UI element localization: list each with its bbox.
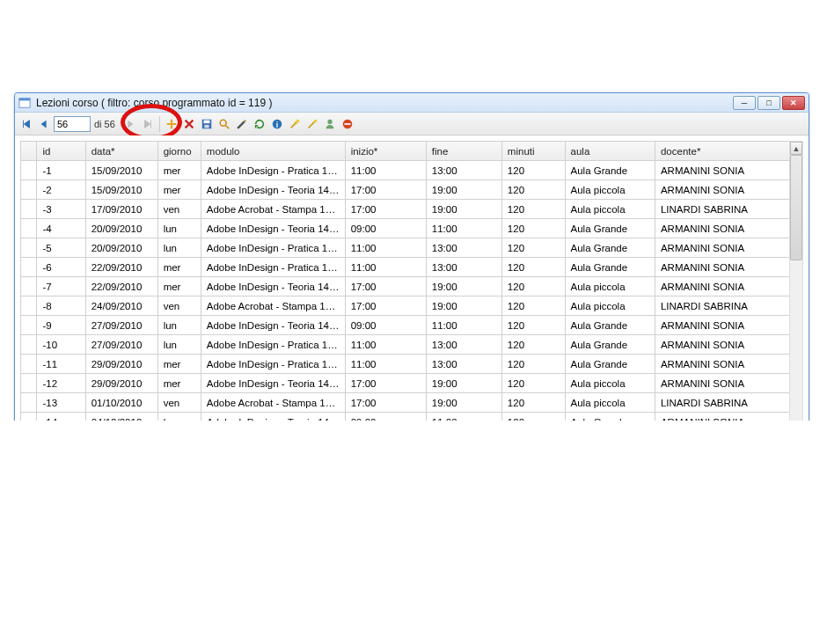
row-handle[interactable] — [21, 277, 37, 296]
cell[interactable]: -14 — [37, 413, 85, 421]
cell[interactable]: Adobe InDesign - Teoria 14/0... — [201, 219, 345, 238]
cell[interactable]: Adobe Acrobat - Stampa 14/... — [201, 393, 345, 413]
col-fine[interactable]: fine — [426, 142, 501, 161]
row-handle[interactable] — [21, 161, 37, 180]
cell[interactable]: 11:00 — [345, 161, 426, 180]
cell[interactable]: 120 — [501, 258, 565, 277]
cell[interactable]: -13 — [37, 393, 85, 413]
row-handle[interactable] — [21, 316, 37, 335]
cell[interactable]: Adobe InDesign - Teoria 14/0... — [201, 316, 345, 335]
cell[interactable]: 27/09/2010 — [85, 316, 157, 335]
cell[interactable]: lun — [157, 316, 201, 335]
cell[interactable]: Aula piccola — [565, 374, 655, 393]
cell[interactable]: Adobe InDesign - Teoria 14/0... — [201, 277, 345, 296]
cell[interactable]: mer — [157, 180, 201, 200]
cell[interactable]: 120 — [501, 277, 565, 296]
cell[interactable]: 120 — [501, 296, 565, 316]
cell[interactable]: ven — [157, 200, 201, 219]
cell[interactable]: 17:00 — [345, 374, 426, 393]
cell[interactable]: 19:00 — [426, 277, 501, 296]
cell[interactable]: ARMANINI SONIA — [655, 277, 790, 296]
cell[interactable]: Aula Grande — [565, 161, 655, 180]
cell[interactable]: 04/10/2010 — [85, 413, 157, 421]
nav-position-input[interactable] — [54, 116, 91, 132]
delete-button[interactable] — [181, 116, 197, 132]
cell[interactable]: 11:00 — [426, 219, 501, 238]
cell[interactable]: Aula Grande — [565, 335, 655, 355]
table-row[interactable]: -420/09/2010lunAdobe InDesign - Teoria 1… — [21, 219, 803, 238]
cell[interactable]: 09:00 — [345, 413, 426, 421]
table-row[interactable]: -722/09/2010merAdobe InDesign - Teoria 1… — [21, 277, 803, 296]
col-giorno[interactable]: giorno — [157, 142, 201, 161]
row-handle[interactable] — [21, 200, 37, 219]
scroll-up-button[interactable]: ▲ — [790, 142, 802, 155]
cell[interactable]: Aula piccola — [565, 393, 655, 413]
col-aula[interactable]: aula — [565, 142, 655, 161]
stop-button[interactable] — [340, 116, 355, 132]
cell[interactable]: 11:00 — [345, 335, 426, 355]
cell[interactable]: Adobe InDesign - Pratica 14/... — [201, 258, 345, 277]
cell[interactable]: lun — [157, 413, 201, 421]
cell[interactable]: -3 — [37, 200, 85, 219]
cell[interactable]: mer — [157, 374, 201, 393]
cell[interactable]: ARMANINI SONIA — [655, 258, 790, 277]
nav-last-button[interactable] — [140, 116, 156, 132]
cell[interactable]: ARMANINI SONIA — [655, 355, 790, 374]
cell[interactable]: -11 — [37, 355, 85, 374]
table-row[interactable]: -115/09/2010merAdobe InDesign - Pratica … — [21, 161, 803, 180]
wizard2-button[interactable] — [304, 116, 320, 132]
table-row[interactable]: -1027/09/2010lunAdobe InDesign - Pratica… — [21, 335, 803, 355]
cell[interactable]: mer — [157, 355, 201, 374]
cell[interactable]: 27/09/2010 — [85, 335, 157, 355]
table-row[interactable]: -520/09/2010lunAdobe InDesign - Pratica … — [21, 238, 803, 258]
row-handle[interactable] — [21, 335, 37, 355]
cell[interactable]: Aula Grande — [565, 219, 655, 238]
col-modulo[interactable]: modulo — [201, 142, 345, 161]
cell[interactable]: -10 — [37, 335, 85, 355]
cell[interactable]: 20/09/2010 — [85, 219, 157, 238]
cell[interactable]: 13:00 — [426, 335, 501, 355]
cell[interactable]: mer — [157, 277, 201, 296]
nav-prev-button[interactable] — [36, 116, 52, 132]
cell[interactable]: 120 — [501, 238, 565, 258]
cell[interactable]: Aula piccola — [565, 277, 655, 296]
cell[interactable]: 13:00 — [426, 161, 501, 180]
cell[interactable]: 20/09/2010 — [85, 238, 157, 258]
cell[interactable]: -1 — [37, 161, 85, 180]
cell[interactable]: lun — [157, 335, 201, 355]
cell[interactable]: 22/09/2010 — [85, 258, 157, 277]
row-handle[interactable] — [21, 393, 37, 413]
cell[interactable]: 13:00 — [426, 355, 501, 374]
row-handle[interactable] — [21, 180, 37, 200]
table-row[interactable]: -215/09/2010merAdobe InDesign - Teoria 1… — [21, 180, 803, 200]
col-inizio[interactable]: inizio* — [345, 142, 426, 161]
cell[interactable]: 17:00 — [345, 296, 426, 316]
cell[interactable]: LINARDI SABRINA — [655, 200, 790, 219]
refresh-button[interactable] — [252, 116, 267, 132]
cell[interactable]: 120 — [501, 180, 565, 200]
add-button[interactable] — [164, 116, 179, 132]
cell[interactable]: 19:00 — [426, 296, 501, 316]
col-data[interactable]: data* — [85, 142, 157, 161]
cell[interactable]: -7 — [37, 277, 85, 296]
row-handle[interactable] — [21, 374, 37, 393]
cell[interactable]: 11:00 — [345, 258, 426, 277]
cell[interactable]: 01/10/2010 — [85, 393, 157, 413]
cell[interactable]: 15/09/2010 — [85, 161, 157, 180]
cell[interactable]: 120 — [501, 161, 565, 180]
cell[interactable]: 09:00 — [345, 219, 426, 238]
cell[interactable]: 13:00 — [426, 258, 501, 277]
cell[interactable]: 17:00 — [345, 393, 426, 413]
cell[interactable]: ARMANINI SONIA — [655, 413, 790, 421]
search-button[interactable] — [216, 116, 232, 132]
cell[interactable]: 120 — [501, 335, 565, 355]
cell[interactable]: Aula Grande — [565, 413, 655, 421]
cell[interactable]: 22/09/2010 — [85, 277, 157, 296]
row-handle[interactable] — [21, 296, 37, 316]
cell[interactable]: -9 — [37, 316, 85, 335]
row-handle[interactable] — [21, 238, 37, 258]
cell[interactable]: 17:00 — [345, 180, 426, 200]
cell[interactable]: LINARDI SABRINA — [655, 296, 790, 316]
cell[interactable]: Aula piccola — [565, 296, 655, 316]
cell[interactable]: 11:00 — [426, 316, 501, 335]
